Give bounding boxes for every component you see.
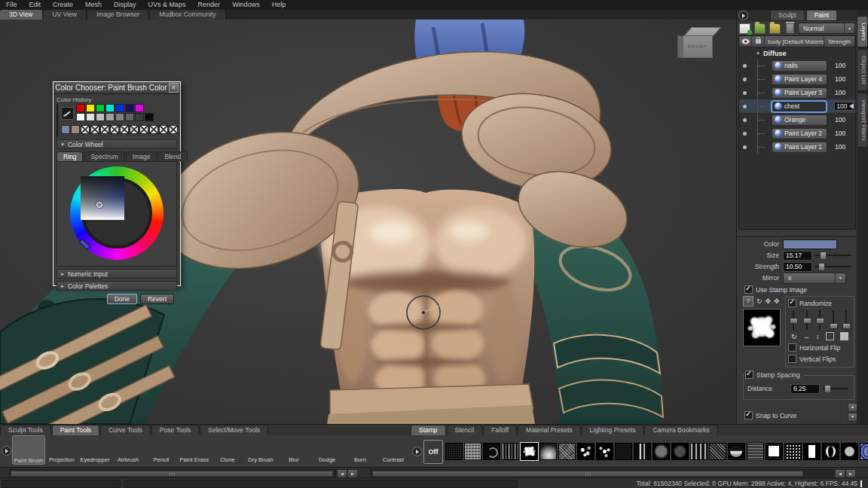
stamp-thumbnail[interactable] <box>728 443 745 460</box>
stamp-thumbnail[interactable] <box>822 443 839 460</box>
layer-visibility-dot[interactable] <box>743 132 747 136</box>
lock-column-header[interactable] <box>752 36 765 47</box>
distance-slider[interactable] <box>823 388 848 389</box>
layer-row[interactable]: Paint Layer 3 100 <box>739 86 855 99</box>
layer-visibility-dot[interactable] <box>743 78 747 81</box>
palette-swatch[interactable] <box>96 104 105 112</box>
stamp-thumbnail[interactable] <box>653 443 670 460</box>
tool-button[interactable]: Pencil <box>145 435 178 465</box>
size-input[interactable]: 15.17 <box>783 251 812 261</box>
palette-swatch[interactable] <box>135 113 144 121</box>
layer-visibility-dot[interactable] <box>743 105 747 108</box>
layer-name-pill[interactable]: chest <box>772 101 827 112</box>
palette-swatch[interactable] <box>86 104 95 112</box>
stamp-thumbnail[interactable] <box>709 443 726 460</box>
tool-button[interactable]: Paint Brush <box>12 435 45 465</box>
satval-marker[interactable] <box>96 202 102 208</box>
slider-knob[interactable] <box>842 323 851 329</box>
layer-name-pill[interactable]: Paint Layer 4 <box>772 74 827 85</box>
tray-expand-icon[interactable] <box>2 446 11 456</box>
stamp-thumbnail[interactable] <box>521 443 538 460</box>
menu-item[interactable]: Help <box>266 0 292 10</box>
layer-visibility-dot[interactable] <box>743 118 747 122</box>
stamp-thumbnail[interactable] <box>803 443 821 460</box>
layer-strength-value[interactable]: 100 <box>835 75 853 83</box>
side-tab[interactable]: Viewport Filters <box>857 93 868 148</box>
layer-visibility-dot[interactable] <box>743 145 747 149</box>
stamp-thumbnail[interactable] <box>577 443 594 460</box>
palette-swatch[interactable] <box>105 104 115 112</box>
stamp-thumbnail[interactable] <box>841 443 858 460</box>
random-slider[interactable] <box>833 310 834 330</box>
stamp-rotate-icon[interactable]: ↻ <box>756 297 763 305</box>
slider-knob[interactable] <box>830 323 838 329</box>
horizontal-flip-row[interactable]: Horizontal Flip <box>788 343 851 352</box>
stamp-tray-tab[interactable]: Lighting Presets <box>582 425 644 435</box>
stamp-help-button[interactable]: ? <box>743 296 753 307</box>
scrollbar-thumb[interactable] <box>11 471 333 477</box>
slider-knob[interactable] <box>816 318 824 324</box>
layer-name-pill[interactable]: Paint Layer 1 <box>772 142 827 153</box>
delete-layer-icon[interactable] <box>786 23 794 34</box>
new-layer-icon[interactable] <box>739 23 750 34</box>
stamp-thumbnail[interactable] <box>766 443 783 460</box>
layer-strength-value[interactable]: 100 <box>835 89 853 96</box>
mirror-dropdown[interactable]: x ▼ <box>783 273 846 284</box>
strength-column-header[interactable]: Strength <box>824 36 855 47</box>
tool-button[interactable]: Dodge <box>310 435 344 465</box>
dialog-title-bar[interactable]: Color Chooser: Paint Brush Color x <box>53 82 180 94</box>
palette-swatch[interactable] <box>76 113 85 121</box>
vertical-flip-checkbox[interactable] <box>788 355 796 363</box>
history-swatch[interactable] <box>139 125 148 134</box>
layer-group-diffuse[interactable]: ▼ Diffuse <box>739 47 855 59</box>
random-slider[interactable] <box>819 310 821 330</box>
palette-swatch[interactable] <box>125 113 134 121</box>
slider-knob[interactable] <box>824 385 831 393</box>
vertical-arrows-icon[interactable]: ↕ <box>816 333 820 340</box>
layer-strength-value[interactable]: 100 <box>835 143 853 151</box>
history-swatch[interactable] <box>149 125 158 134</box>
history-swatch[interactable] <box>120 125 129 134</box>
tray-expand-icon[interactable] <box>412 447 422 456</box>
random-slider[interactable] <box>806 310 808 330</box>
stamp-thumbnail[interactable] <box>445 443 463 460</box>
size-slider[interactable] <box>815 255 851 256</box>
tool-button[interactable]: Burn <box>344 435 377 465</box>
slider-knob[interactable] <box>790 318 798 324</box>
tool-button[interactable]: Contrast <box>377 435 410 465</box>
view-tab[interactable]: UV View <box>44 10 87 20</box>
palette-swatch[interactable] <box>96 113 105 121</box>
menu-item[interactable]: File <box>0 0 23 10</box>
stamp-image-preview[interactable] <box>743 309 781 346</box>
panel-expand-icon[interactable] <box>738 11 748 20</box>
stamp-scale-icon[interactable]: ✥ <box>774 297 780 305</box>
viewport-3d[interactable]: FRONT Color Chooser: Paint Brush Color x… <box>0 20 736 424</box>
tool-button[interactable]: Clone <box>211 435 244 465</box>
stamp-move-icon[interactable]: ✥ <box>766 297 772 305</box>
random-slider[interactable] <box>793 310 794 330</box>
menu-item[interactable]: Mesh <box>79 0 108 10</box>
view-tab[interactable]: Mudbox Community <box>150 10 226 20</box>
stamp-thumbnail[interactable] <box>671 443 689 460</box>
stamp-thumbnail[interactable] <box>690 443 708 460</box>
palette-swatch[interactable] <box>86 113 95 121</box>
stamp-tray-tab[interactable]: Stamp <box>411 425 446 435</box>
history-swatch[interactable] <box>100 125 109 134</box>
hue-ring[interactable] <box>70 166 164 260</box>
side-tab[interactable]: Object List <box>857 49 868 91</box>
open-folder-icon[interactable] <box>769 23 781 34</box>
frame-icon[interactable] <box>826 332 834 340</box>
palette-swatch[interactable] <box>105 113 115 121</box>
layer-row[interactable]: Paint Layer 1 100 <box>739 140 855 154</box>
palette-swatch[interactable] <box>125 104 134 112</box>
scrollbar-thumb[interactable] <box>372 471 803 477</box>
wheel-tab[interactable]: Image <box>126 151 157 161</box>
stamp-thumbnail[interactable] <box>464 443 481 460</box>
vertical-flip-row[interactable]: Vertical Flips <box>788 354 851 364</box>
tab-sculpt[interactable]: Sculpt <box>770 10 805 21</box>
history-swatch[interactable] <box>130 125 139 134</box>
color-wheel-section-header[interactable]: ▼ Color Wheel <box>57 139 177 149</box>
stamp-tray-tab[interactable]: Stencil <box>447 425 483 435</box>
wheel-tab[interactable]: Blend <box>157 151 188 161</box>
menu-item[interactable]: Edit <box>23 0 47 10</box>
